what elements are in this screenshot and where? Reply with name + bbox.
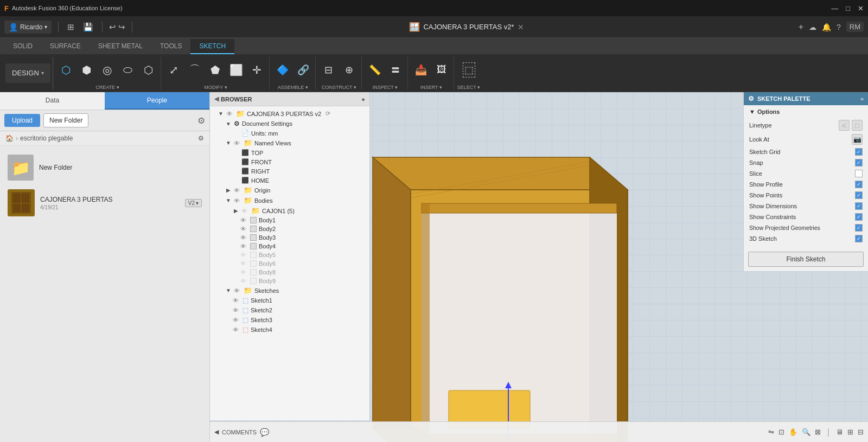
modify-tool-5[interactable]: ✛ (247, 56, 267, 84)
look-at-btn[interactable]: 📷 (852, 134, 863, 145)
tree-bodies[interactable]: ▼ 👁 📁 Bodies (210, 195, 369, 206)
tree-view-right[interactable]: ⬛ RIGHT (210, 166, 369, 176)
slice-checkbox[interactable] (855, 170, 863, 177)
tab-solid[interactable]: SOLID (4, 39, 41, 54)
grid-btn[interactable]: ⊞ (65, 20, 76, 34)
display-tool-1[interactable]: 🖥 (836, 428, 843, 436)
undo-btn[interactable]: ↩ (109, 22, 116, 32)
file-item-model[interactable]: CAJONERA 3 PUERTAS 4/19/21 V2 ▾ (4, 185, 205, 221)
tree-body3[interactable]: 👁 Body3 (210, 233, 369, 242)
create-tool-2[interactable]: ⬢ (77, 56, 97, 84)
create-tool-3[interactable]: ◎ (98, 56, 117, 84)
tab-sketch[interactable]: SKETCH (190, 39, 234, 54)
upload-button[interactable]: Upload (4, 114, 40, 127)
breadcrumb-action[interactable]: ⚙ (198, 134, 204, 142)
assemble-tool-1[interactable]: 🔷 (273, 56, 292, 84)
design-btn[interactable]: DESIGN ▾ (5, 63, 50, 83)
minimize-btn[interactable]: — (831, 4, 838, 12)
tree-body8[interactable]: 👁 Body8 (210, 268, 369, 277)
tree-root[interactable]: ▼ 👁 📁 CAJONERA 3 PUERTAS v2 ⟳ (210, 108, 369, 119)
comments-collapse-icon[interactable]: ◀ (214, 428, 219, 435)
save-btn[interactable]: 💾 (81, 20, 95, 34)
finish-sketch-button[interactable]: Finish Sketch (748, 252, 864, 267)
construct-tool-2[interactable]: ⊕ (340, 56, 359, 84)
tree-body5[interactable]: 👁 Body5 (210, 251, 369, 259)
tab-people[interactable]: People (105, 92, 209, 110)
tab-sheet-metal[interactable]: SHEET METAL (90, 39, 151, 54)
tree-body4[interactable]: 👁 Body4 (210, 242, 369, 251)
snap-checkbox[interactable]: ✓ (855, 159, 863, 166)
tree-body2[interactable]: 👁 Body2 (210, 225, 369, 233)
tree-body6[interactable]: 👁 Body6 (210, 259, 369, 268)
nav-tool-1[interactable]: ⇋ (768, 428, 774, 436)
display-tool-3[interactable]: ⊟ (858, 428, 864, 436)
tree-view-top[interactable]: ⬛ TOP (210, 148, 369, 157)
nav-tool-2[interactable]: ⊡ (778, 428, 784, 436)
tree-sketch1[interactable]: 👁 ⬚ Sketch1 (210, 296, 369, 305)
tree-origin[interactable]: ▶ 👁 📁 Origin (210, 185, 369, 195)
cloud-btn[interactable]: ☁ (809, 23, 816, 31)
tree-body1[interactable]: 👁 Body1 (210, 216, 369, 225)
tree-units[interactable]: 📄 Units: mm (210, 129, 369, 138)
modify-tool-4[interactable]: ⬜ (226, 56, 246, 84)
tree-named-views[interactable]: ▼ 👁 📁 Named Views (210, 138, 369, 148)
linetype-btn1[interactable]: < (839, 120, 850, 131)
browser-close-icon[interactable]: ● (361, 96, 365, 103)
inspect-tool-1[interactable]: 📏 (365, 56, 385, 84)
palette-expand-btn[interactable]: » (860, 95, 864, 102)
show-profile-checkbox[interactable]: ✓ (855, 181, 863, 188)
insert-tool-2[interactable]: 🖼 (432, 56, 451, 84)
viewport[interactable]: ◀ BROWSER ● ▼ 👁 📁 CAJONERA 3 PUERTAS v2 … (210, 92, 868, 442)
tab-surface[interactable]: SURFACE (41, 39, 90, 54)
create-tool-1[interactable]: ⬡ (56, 56, 76, 84)
refresh-icon[interactable]: ⟳ (326, 110, 330, 117)
modify-tool-2[interactable]: ⌒ (185, 56, 205, 84)
settings-icon[interactable]: ⚙ (197, 116, 205, 126)
tree-cajon1[interactable]: ▶ 👁 📁 CAJON1 (5) (210, 206, 369, 216)
close-btn[interactable]: ✕ (858, 4, 864, 12)
tab-tools[interactable]: TOOLS (151, 39, 190, 54)
redo-btn[interactable]: ↪ (118, 22, 125, 32)
notification-btn[interactable]: 🔔 (822, 23, 831, 31)
tab-data[interactable]: Data (0, 92, 105, 110)
new-folder-button[interactable]: New Folder (43, 113, 88, 127)
account-btn[interactable]: RM (846, 22, 864, 32)
create-tool-4[interactable]: ⬭ (118, 56, 138, 84)
display-tool-2[interactable]: ⊞ (847, 428, 853, 436)
tree-sketches[interactable]: ▼ 👁 📁 Sketches (210, 285, 369, 296)
assemble-tool-2[interactable]: 🔗 (293, 56, 313, 84)
tree-body9[interactable]: 👁 Body9 (210, 277, 369, 285)
help-btn[interactable]: ? (837, 23, 841, 31)
tree-sketch2[interactable]: 👁 ⬚ Sketch2 (210, 305, 369, 315)
modify-tool-3[interactable]: ⬟ (206, 56, 225, 84)
3d-sketch-checkbox[interactable]: ✓ (855, 235, 863, 242)
show-points-checkbox[interactable]: ✓ (855, 191, 863, 199)
nav-tool-5[interactable]: ⊠ (815, 428, 821, 436)
tree-view-front[interactable]: ⬛ FRONT (210, 157, 369, 166)
select-tool-1[interactable]: ⬚ (459, 56, 478, 84)
modify-tool-1[interactable]: ⤢ (164, 56, 184, 84)
close-window-btn[interactable]: ✕ (518, 23, 524, 31)
tree-view-home[interactable]: ⬛ HOME (210, 176, 369, 185)
tree-doc-settings[interactable]: ▼ ⚙ Document Settings (210, 119, 369, 129)
browser-collapse-left[interactable]: ◀ (214, 95, 219, 103)
sketch-grid-checkbox[interactable]: ✓ (855, 148, 863, 156)
inspect-tool-2[interactable]: 〓 (386, 56, 405, 84)
insert-tool-1[interactable]: 📥 (411, 56, 431, 84)
construct-tool-1[interactable]: ⊟ (319, 56, 339, 84)
add-window-btn[interactable]: + (799, 22, 803, 32)
show-constraints-checkbox[interactable]: ✓ (855, 213, 863, 221)
show-dimensions-checkbox[interactable]: ✓ (855, 202, 863, 210)
show-projected-checkbox[interactable]: ✓ (855, 224, 863, 232)
create-tool-5[interactable]: ⬡ (139, 56, 158, 84)
version-badge[interactable]: V2 ▾ (185, 199, 202, 207)
linetype-btn2[interactable]: □ (852, 120, 863, 131)
tree-sketch3[interactable]: 👁 ⬚ Sketch3 (210, 315, 369, 325)
file-item-folder[interactable]: 📁 New Folder (4, 150, 205, 185)
nav-tool-3[interactable]: ✋ (789, 428, 797, 436)
user-menu[interactable]: 👤 Ricardo ▾ (4, 21, 52, 34)
nav-tool-4[interactable]: 🔍 (802, 428, 810, 436)
home-icon[interactable]: 🏠 (5, 134, 14, 142)
maximize-btn[interactable]: □ (846, 4, 850, 12)
tree-sketch4[interactable]: 👁 ⬚ Sketch4 (210, 325, 369, 335)
